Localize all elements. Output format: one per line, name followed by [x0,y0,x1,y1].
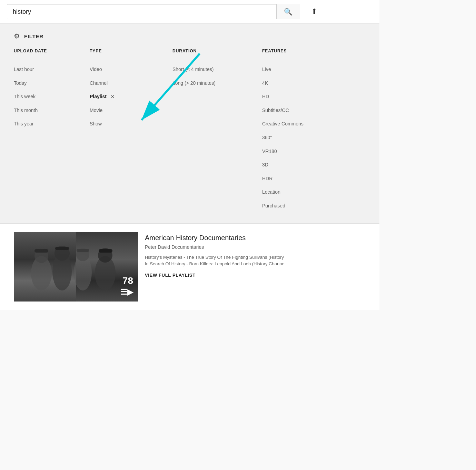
filter-this-year[interactable]: This year [14,117,83,131]
filter-columns: UPLOAD DATE Last hour Today This week Th… [14,49,366,213]
search-icon: 🔍 [284,8,292,16]
filter-playlist[interactable]: Playlist ✕ [90,90,166,104]
filter-long[interactable]: Long (> 20 minutes) [172,76,255,90]
filter-header: ⚙ FILTER [14,32,366,40]
filter-icon: ⚙ [14,32,20,40]
result-info: American History Documentaries Peter Dav… [145,232,366,278]
features-column: FEATURES Live 4K HD Subtitles/CC Creativ… [262,49,366,213]
svg-rect-11 [55,247,69,250]
filter-vr180[interactable]: VR180 [262,145,359,159]
filter-this-week[interactable]: This week [14,90,83,104]
duration-column: DURATION Short (< 4 minutes) Long (> 20 … [172,49,262,213]
svg-rect-13 [99,249,112,253]
filter-show[interactable]: Show [90,117,166,131]
header: 🔍 ⬆ [0,0,379,24]
type-column: TYPE Video Channel Playlist ✕ Movie Show [90,49,172,213]
filter-3d[interactable]: 3D [262,158,359,172]
filter-purchased[interactable]: Purchased [262,199,359,213]
filter-title: FILTER [24,33,43,39]
results-section: 78 ☰▶ American History Documentaries Pet… [0,224,379,310]
filter-video[interactable]: Video [90,63,166,76]
duration-header: DURATION [172,49,255,57]
filter-subtitles[interactable]: Subtitles/CC [262,104,359,118]
upload-icon: ⬆ [311,7,317,16]
upload-button[interactable]: ⬆ [307,4,321,19]
search-input[interactable] [7,4,276,19]
search-button[interactable]: 🔍 [276,4,300,19]
upload-date-column: UPLOAD DATE Last hour Today This week Th… [14,49,90,213]
filter-hdr[interactable]: HDR [262,172,359,186]
filter-creative-commons[interactable]: Creative Commons [262,117,359,131]
filter-location[interactable]: Location [262,185,359,199]
result-item: 78 ☰▶ American History Documentaries Pet… [14,232,366,302]
svg-rect-12 [77,249,89,252]
playlist-label: Playlist [90,94,107,99]
filter-movie[interactable]: Movie [90,104,166,118]
filter-this-month[interactable]: This month [14,104,83,118]
filter-short[interactable]: Short (< 4 minutes) [172,63,255,76]
type-header: TYPE [90,49,166,57]
thumbnail-image: 78 ☰▶ [14,232,138,302]
filter-hd[interactable]: HD [262,90,359,104]
playlist-remove-button[interactable]: ✕ [111,94,115,100]
photo-svg [14,232,138,302]
filter-live[interactable]: Live [262,63,359,76]
video-count: 78 ☰▶ [120,275,133,297]
upload-date-header: UPLOAD DATE [14,49,83,57]
filter-4k[interactable]: 4K [262,76,359,90]
filter-today[interactable]: Today [14,76,83,90]
svg-rect-10 [34,249,48,253]
filter-360[interactable]: 360° [262,131,359,145]
filter-last-hour[interactable]: Last hour [14,63,83,76]
filter-channel[interactable]: Channel [90,76,166,90]
view-full-playlist-button[interactable]: VIEW FULL PLAYLIST [145,273,196,278]
thumbnail: 78 ☰▶ [14,232,138,302]
search-container: 🔍 [7,4,300,19]
result-title: American History Documentaries [145,233,366,242]
result-channel: Peter David Documentaries [145,244,366,250]
filter-panel: ⚙ FILTER UPLOAD DATE Last hour Today Thi… [0,24,379,224]
features-header: FEATURES [262,49,359,57]
result-description: History's Mysteries - The True Story Of … [145,254,366,267]
